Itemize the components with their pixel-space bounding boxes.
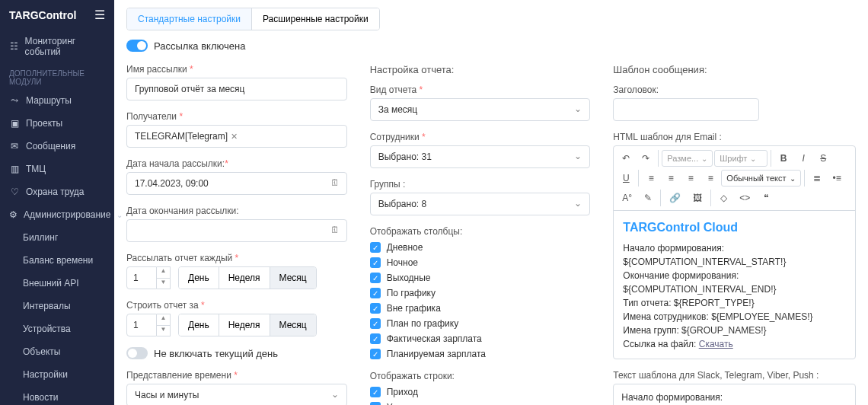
checkbox[interactable]: ✓ — [370, 318, 381, 329]
list-ordered-icon[interactable]: ≣ — [808, 169, 826, 187]
checkbox[interactable]: ✓ — [370, 349, 381, 359]
time-repr-select[interactable]: Часы и минуты — [126, 384, 347, 405]
editor-body[interactable]: TARGControl Cloud Начало формирования: $… — [614, 211, 855, 359]
align-justify-icon[interactable]: ≡ — [701, 169, 720, 187]
paragraph-style-select[interactable]: Обычный текст — [721, 170, 800, 187]
sidebar-item-settings[interactable]: Настройки — [0, 363, 114, 386]
editor-line: Начало формирования: ${COMPUTATION_INTER… — [623, 241, 846, 269]
sidebar-item-label: Сообщения — [26, 141, 75, 151]
sidebar-item-label: Объекты — [23, 346, 61, 357]
image-icon[interactable]: 🖼 — [688, 189, 707, 207]
sidebar-item-objects[interactable]: Объекты — [0, 340, 114, 363]
quote-icon[interactable]: ❝ — [757, 189, 775, 207]
checkbox[interactable]: ✓ — [370, 303, 381, 314]
sidebar-item-external-api[interactable]: Внешний API — [0, 272, 114, 295]
name-input[interactable]: Групповой отчёт за месяц — [126, 78, 347, 100]
unit-month[interactable]: Месяц — [270, 314, 316, 336]
chip-remove-icon[interactable]: ✕ — [231, 132, 238, 142]
strike-icon[interactable]: S — [814, 149, 832, 167]
align-left-icon[interactable]: ≡ — [642, 169, 660, 187]
build-for-spinner[interactable]: ▲▼ — [157, 314, 171, 336]
caret-down-icon[interactable]: ▼ — [157, 279, 170, 289]
sidebar-item-label: Биллинг — [23, 232, 58, 243]
hamburger-icon[interactable]: ☰ — [94, 8, 105, 22]
send-every-input[interactable]: 1 — [126, 266, 157, 289]
sidebar-item-tmc[interactable]: ▥ТМЦ — [0, 158, 114, 180]
editor-line: Имена групп: ${GROUP_NAMES!} — [623, 324, 846, 337]
align-right-icon[interactable]: ≡ — [681, 169, 700, 187]
checklist-label: План по графику — [387, 318, 458, 329]
send-every-spinner[interactable]: ▲▼ — [157, 266, 171, 289]
tab-extended[interactable]: Расширенные настройки — [251, 8, 379, 30]
undo-icon[interactable]: ↶ — [617, 149, 635, 167]
sidebar-item-label: Администрирование — [24, 209, 110, 220]
enabled-toggle[interactable] — [126, 40, 148, 52]
title-input[interactable] — [613, 98, 758, 121]
checkbox[interactable]: ✓ — [370, 257, 381, 268]
sidebar-item-intervals[interactable]: Интервалы — [0, 295, 114, 317]
bold-icon[interactable]: B — [774, 149, 793, 167]
end-date-input[interactable] — [126, 219, 347, 242]
exclude-today-toggle[interactable] — [126, 347, 148, 359]
caret-up-icon[interactable]: ▲ — [157, 314, 170, 326]
checkbox[interactable]: ✓ — [370, 242, 381, 253]
sidebar-item-routes[interactable]: ⤳Маршруты — [0, 89, 114, 112]
sidebar-item-safety[interactable]: ♡Охрана труда — [0, 180, 114, 203]
sidebar-item-label: Внешний API — [23, 278, 79, 289]
sidebar-item-projects[interactable]: ▣Проекты — [0, 112, 114, 135]
redo-icon[interactable]: ↷ — [637, 149, 655, 167]
shield-icon: ♡ — [9, 187, 20, 197]
start-date-input[interactable]: 17.04.2023, 09:00 — [126, 172, 347, 195]
employees-select[interactable]: Выбрано: 31 — [370, 145, 591, 168]
font-family-select[interactable]: Шрифт — [714, 150, 767, 167]
sidebar-item-monitoring[interactable]: ☷ Мониторинг событий — [0, 30, 114, 63]
file-link[interactable]: Скачать — [699, 339, 733, 349]
checkbox[interactable]: ✓ — [370, 387, 381, 397]
build-for-input[interactable]: 1 — [126, 314, 157, 336]
list-bullet-icon[interactable]: •≡ — [828, 169, 847, 187]
sidebar-item-news[interactable]: Новости — [0, 386, 114, 405]
checklist-item: ✓По графику — [370, 285, 591, 301]
recipients-label: Получатели — [126, 111, 347, 122]
link-icon[interactable]: 🔗 — [664, 189, 686, 207]
underline-icon[interactable]: U — [617, 169, 635, 187]
code-icon[interactable]: <> — [734, 189, 755, 207]
unit-month[interactable]: Месяц — [270, 267, 316, 289]
column-left: Имя рассылки Групповой отчёт за месяц По… — [126, 64, 347, 405]
checkbox[interactable]: ✓ — [370, 288, 381, 298]
highlight-icon[interactable]: ✎ — [639, 189, 657, 207]
editor-line: Тип отчета: ${REPORT_TYPE!} — [623, 296, 846, 310]
text-template-label: Текст шаблона для Slack, Telegram, Viber… — [613, 370, 856, 381]
caret-down-icon[interactable]: ▼ — [157, 326, 170, 336]
checkbox[interactable]: ✓ — [370, 402, 381, 405]
envelope-icon: ✉ — [9, 141, 20, 151]
unit-week[interactable]: Неделя — [219, 314, 270, 336]
font-size-select[interactable]: Разме... — [662, 150, 713, 167]
calendar-icon[interactable]: 🗓 — [330, 225, 340, 235]
align-center-icon[interactable]: ≡ — [662, 169, 680, 187]
recipients-input[interactable]: TELEGRAM[Telegram] ✕ — [126, 125, 347, 148]
checklist-item: ✓Фактическая зарплата — [370, 331, 591, 346]
unit-day[interactable]: День — [179, 267, 219, 289]
checkbox[interactable]: ✓ — [370, 273, 381, 283]
sidebar-item-label: Баланс времени — [23, 255, 93, 266]
toolbar-divider — [660, 190, 661, 206]
tab-standard[interactable]: Стандартные настройки — [127, 8, 251, 30]
report-type-select[interactable]: За месяц — [370, 98, 591, 121]
column-right: Шаблон сообщения: Заголовок: HTML шаблон… — [613, 64, 856, 405]
sidebar-item-messages[interactable]: ✉Сообщения — [0, 135, 114, 158]
caret-up-icon[interactable]: ▲ — [157, 267, 170, 279]
variable-icon[interactable]: ◇ — [714, 189, 732, 207]
sidebar-item-billing[interactable]: Биллинг — [0, 226, 114, 249]
unit-week[interactable]: Неделя — [219, 267, 270, 289]
sidebar-item-admin[interactable]: ⚙Администрирование⌄ — [0, 203, 114, 226]
checkbox[interactable]: ✓ — [370, 333, 381, 344]
unit-day[interactable]: День — [179, 314, 219, 336]
italic-icon[interactable]: I — [794, 149, 812, 167]
sidebar-item-devices[interactable]: Устройства — [0, 317, 114, 340]
groups-select[interactable]: Выбрано: 8 — [370, 193, 591, 215]
text-color-icon[interactable]: A° — [617, 189, 637, 207]
calendar-icon[interactable]: 🗓 — [330, 177, 340, 188]
text-template-input[interactable]: Начало формирования: ${COMPUTATION_INTER… — [613, 384, 856, 405]
sidebar-item-time-balance[interactable]: Баланс времени — [0, 249, 114, 272]
